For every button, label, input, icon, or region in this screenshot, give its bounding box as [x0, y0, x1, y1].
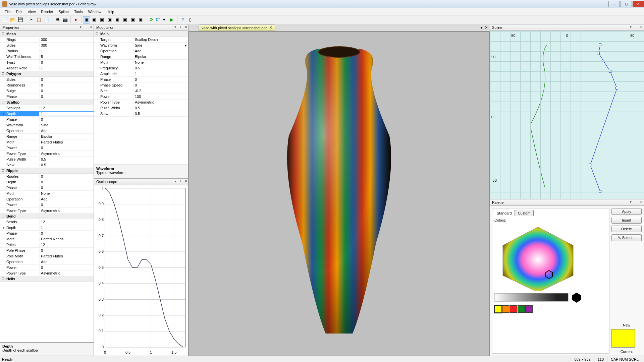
property-row[interactable]: MotifParted Reeds — [0, 236, 94, 242]
panel-pin-icon[interactable]: ⊥ — [178, 25, 183, 30]
new-file-icon[interactable]: 📄 — [1, 16, 9, 23]
panel-close-icon[interactable]: ✕ — [639, 25, 644, 30]
cube-view2-icon[interactable]: ▣ — [98, 16, 106, 23]
property-row[interactable]: Phase0 — [0, 117, 94, 122]
save-icon[interactable]: 💾 — [17, 16, 24, 23]
property-row[interactable]: Poles12 — [0, 242, 94, 248]
cube-view1-icon[interactable]: ▣ — [91, 16, 98, 23]
panel-pin-icon[interactable]: ⊥ — [84, 25, 88, 30]
play-icon[interactable]: ▶ — [168, 16, 175, 23]
property-row[interactable]: Pulse Width0.5 — [0, 157, 94, 162]
category-helix[interactable]: Helix — [0, 276, 94, 282]
property-row[interactable]: Frequency0.5 — [94, 65, 188, 71]
property-row[interactable]: Phase0 — [0, 94, 94, 100]
menu-edit[interactable]: Edit — [13, 9, 25, 15]
menu-help[interactable]: Help — [104, 9, 117, 15]
close-button[interactable]: ✕ — [633, 1, 644, 7]
property-row[interactable]: Slew0.5 — [0, 162, 94, 168]
panel-pin-icon[interactable]: ⊥ — [178, 179, 183, 184]
property-row[interactable]: Amplitude1 — [94, 71, 188, 77]
category-main[interactable]: Main — [94, 31, 188, 37]
palette-swatch[interactable] — [502, 305, 509, 313]
cube-front-icon[interactable]: ▣ — [83, 16, 90, 23]
document-tab[interactable]: vase with pitted scallops screenshot.pdr… — [199, 24, 275, 31]
menu-file[interactable]: File — [2, 9, 13, 15]
category-scallop[interactable]: Scallop — [0, 100, 94, 105]
property-row[interactable]: OperationAdd — [94, 48, 188, 54]
property-row[interactable]: Bias-0.2 — [94, 88, 188, 94]
property-row[interactable]: Phase0 — [94, 77, 188, 82]
property-row[interactable]: ▲Depth1 — [0, 111, 94, 117]
panel-close-icon[interactable]: ✕ — [89, 25, 94, 30]
property-row[interactable]: Power TypeAsymmetric — [0, 208, 94, 214]
property-row[interactable]: WaveformSine ▾ — [94, 43, 188, 48]
property-row[interactable]: Power0 — [0, 145, 94, 151]
palette-swatch[interactable] — [518, 305, 525, 313]
property-row[interactable]: RangeBipolar — [0, 134, 94, 139]
help-icon[interactable]: ? — [179, 16, 186, 23]
category-bend[interactable]: Bend — [0, 214, 94, 219]
panel-dropdown-icon[interactable]: ▾ — [628, 25, 633, 30]
property-row[interactable]: Slew0.5 — [94, 111, 188, 117]
grayscale-strip[interactable] — [494, 291, 582, 303]
rotation-dropdown-icon[interactable]: ▾ — [160, 16, 168, 23]
tabbar-close-icon[interactable]: ✕ — [485, 25, 488, 30]
cut-icon[interactable]: ✂ — [28, 16, 35, 23]
panel-dropdown-icon[interactable]: ▾ — [173, 25, 177, 30]
render-viewport[interactable] — [189, 32, 490, 356]
property-row[interactable]: MotifParted Flutes — [0, 139, 94, 145]
property-row[interactable]: Bends12 — [0, 219, 94, 225]
category-ripple[interactable]: Ripple — [0, 168, 94, 174]
insert-button[interactable]: Insert — [611, 217, 642, 224]
palette-swatch[interactable] — [510, 305, 517, 313]
property-row[interactable]: Sides0 — [0, 77, 94, 82]
delete-button[interactable]: Delete — [611, 226, 642, 232]
palette-swatch[interactable] — [494, 305, 502, 313]
property-row[interactable]: OperationAdd — [0, 196, 94, 202]
property-row[interactable]: TargetScallop Depth — [94, 37, 188, 43]
property-row[interactable]: ▲Depth1 — [0, 225, 94, 231]
panel-close-icon[interactable]: ✕ — [183, 25, 188, 30]
tool-icon[interactable]: ▯ — [186, 16, 194, 23]
tab-standard[interactable]: Standard — [494, 210, 515, 216]
property-row[interactable]: Rings300 — [0, 37, 94, 43]
property-row[interactable]: Phase0 — [0, 185, 94, 191]
property-row[interactable]: WaveformSine — [0, 122, 94, 128]
property-row[interactable]: Pole Phase0 — [0, 248, 94, 253]
menu-tools[interactable]: Tools — [71, 9, 86, 15]
property-row[interactable]: Radius1 — [0, 48, 94, 54]
property-row[interactable]: Power TypeAsymmetric — [94, 100, 188, 105]
properties-grid[interactable]: MeshRings300Sides300Radius1Wall Thicknes… — [0, 31, 94, 343]
cube-view6-icon[interactable]: ▣ — [129, 16, 137, 23]
tab-custom[interactable]: Custom — [515, 210, 534, 216]
tabbar-dropdown-icon[interactable]: ▾ — [481, 25, 483, 30]
property-row[interactable]: OperationAdd — [0, 128, 94, 134]
property-row[interactable]: Pole MotifParted Flutes — [0, 253, 94, 259]
color-hexagon[interactable] — [494, 224, 582, 291]
palette-swatch[interactable] — [525, 305, 533, 313]
panel-close-icon[interactable]: ✕ — [639, 200, 644, 205]
property-row[interactable]: Ripples0 — [0, 174, 94, 179]
property-row[interactable]: Power0 — [0, 202, 94, 208]
category-polygon[interactable]: Polygon — [0, 71, 94, 77]
copy-icon[interactable]: 📋 — [35, 16, 43, 23]
property-row[interactable]: Power TypeAsymmetric — [0, 270, 94, 276]
property-row[interactable]: Phase Speed0 — [94, 82, 188, 88]
property-row[interactable]: Wall Thickness5 — [0, 54, 94, 60]
paste-icon[interactable]: 📄 — [43, 16, 50, 23]
print-icon[interactable]: 🖶 — [54, 16, 61, 23]
panel-close-icon[interactable]: ✕ — [183, 179, 188, 184]
property-row[interactable]: Roundness0 — [0, 82, 94, 88]
camera-icon[interactable]: 📷 — [61, 16, 69, 23]
maximize-button[interactable]: ▢ — [621, 1, 632, 7]
menu-spline[interactable]: Spline — [56, 9, 71, 15]
panel-dropdown-icon[interactable]: ▾ — [173, 179, 177, 184]
property-row[interactable]: Aspect Ratio1 — [0, 65, 94, 71]
menu-render[interactable]: Render — [38, 9, 56, 15]
tab-close-icon[interactable]: ✕ — [269, 25, 272, 30]
property-row[interactable]: Twist0 — [0, 60, 94, 65]
property-row[interactable]: Power100 — [94, 94, 188, 100]
select-button[interactable]: ✎Select... — [611, 234, 642, 241]
panel-pin-icon[interactable]: ⊥ — [634, 200, 638, 205]
menu-view[interactable]: View — [25, 9, 39, 15]
